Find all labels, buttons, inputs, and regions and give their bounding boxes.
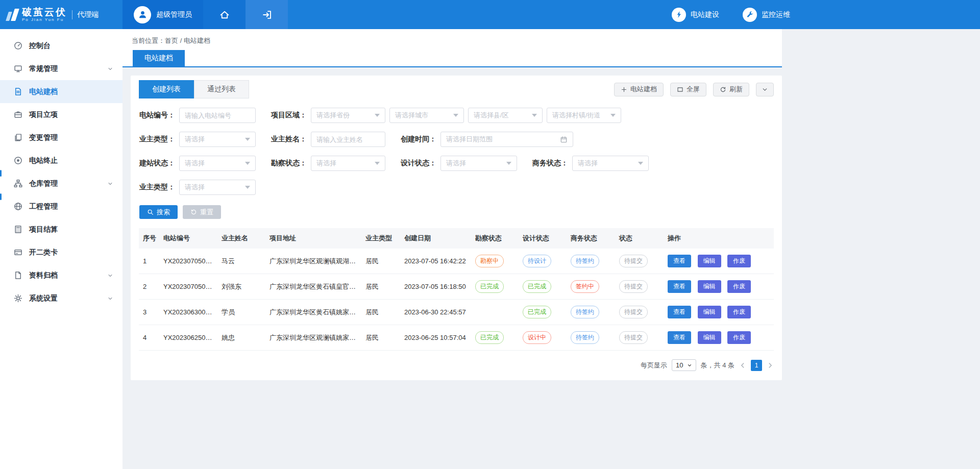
design-status-badge: 待设计 bbox=[523, 255, 551, 267]
sidebar-item-console[interactable]: 控制台 bbox=[0, 34, 122, 57]
view-button[interactable]: 查看 bbox=[668, 306, 691, 318]
cell-address: 广东深圳龙华区观澜镇观湖路... bbox=[265, 249, 361, 274]
chevron-down-icon bbox=[107, 273, 113, 279]
void-button[interactable]: 作废 bbox=[727, 280, 751, 293]
nav-station-build[interactable]: 电站建设 bbox=[672, 8, 719, 22]
cell-design-status: 待设计 bbox=[519, 249, 567, 274]
station-no-input[interactable] bbox=[179, 108, 256, 123]
edit-button[interactable]: 编辑 bbox=[698, 306, 721, 318]
sidebar-item-station-filing[interactable]: 电站建档 bbox=[0, 80, 122, 103]
fullscreen-button[interactable]: 全屏 bbox=[670, 83, 706, 96]
sidebar-marker bbox=[0, 193, 2, 200]
header-nav: 电站建设 监控运维 bbox=[672, 0, 790, 29]
person-icon bbox=[138, 10, 148, 19]
cell-status: 待提交 bbox=[615, 300, 664, 325]
town-select[interactable]: 请选择村镇/街道 bbox=[547, 108, 621, 123]
business-status-select[interactable]: 请选择 bbox=[572, 156, 649, 171]
sidebar-item-engineering-mgmt[interactable]: 工程管理 bbox=[0, 195, 122, 218]
void-button[interactable]: 作废 bbox=[727, 331, 751, 344]
edit-button[interactable]: 编辑 bbox=[698, 331, 721, 344]
sidebar-item-change-mgmt[interactable]: 变更管理 bbox=[0, 126, 122, 149]
logout-button[interactable] bbox=[246, 0, 288, 29]
sidebar-item-label: 项目结算 bbox=[29, 225, 58, 234]
owner-type2-select[interactable]: 请选择 bbox=[179, 180, 256, 195]
nav-monitor-ops[interactable]: 监控运维 bbox=[743, 8, 790, 22]
cell-business-status: 待签约 bbox=[567, 325, 615, 351]
home-button[interactable] bbox=[203, 0, 246, 29]
cell-business-status: 待签约 bbox=[567, 300, 615, 325]
sidebar-item-data-archive[interactable]: 资料归档 bbox=[0, 264, 122, 287]
city-select[interactable]: 请选择城市 bbox=[389, 108, 464, 123]
view-button[interactable]: 查看 bbox=[668, 280, 691, 293]
survey-status-select[interactable]: 请选择 bbox=[311, 156, 385, 171]
void-button[interactable]: 作废 bbox=[727, 255, 751, 267]
sidebar-item-label: 工程管理 bbox=[29, 202, 58, 211]
cell-operations: 查看 编辑 作废 bbox=[664, 249, 774, 274]
wrench-icon bbox=[743, 8, 757, 22]
sidebar-item-project-approval[interactable]: 项目立项 bbox=[0, 103, 122, 126]
build-status-label: 建站状态： bbox=[139, 159, 175, 168]
date-range-picker[interactable]: 请选择日期范围 bbox=[440, 132, 573, 147]
calculator-icon bbox=[14, 225, 22, 234]
per-page-select[interactable]: 10 bbox=[672, 359, 696, 371]
col-created-at: 创建日期 bbox=[400, 228, 471, 249]
view-button[interactable]: 查看 bbox=[668, 255, 691, 267]
cell-station-no: YX2023062500004 bbox=[159, 325, 217, 351]
owner-name-label: 业主姓名： bbox=[271, 135, 307, 144]
cell-index: 4 bbox=[139, 325, 159, 351]
cell-address: 广东深圳龙华区黄石镇皇官大... bbox=[265, 274, 361, 300]
col-operations: 操作 bbox=[664, 228, 774, 249]
view-button[interactable]: 查看 bbox=[668, 331, 691, 344]
edit-button[interactable]: 编辑 bbox=[698, 255, 721, 267]
dashboard-icon bbox=[14, 41, 22, 50]
stop-icon bbox=[14, 156, 22, 165]
col-design-status: 设计状态 bbox=[519, 228, 567, 249]
sitemap-icon bbox=[14, 179, 22, 188]
chevron-down-icon bbox=[107, 181, 113, 187]
status-badge: 待提交 bbox=[619, 306, 648, 318]
county-select[interactable]: 请选择县/区 bbox=[468, 108, 543, 123]
sidebar-item-project-settlement[interactable]: 项目结算 bbox=[0, 218, 122, 241]
sidebar-item-system-settings[interactable]: 系统设置 bbox=[0, 287, 122, 310]
cell-station-no: YX2023063000009 bbox=[159, 300, 217, 325]
design-status-select[interactable]: 请选择 bbox=[440, 156, 517, 171]
sidebar-item-label: 项目立项 bbox=[29, 110, 58, 119]
search-icon bbox=[147, 209, 154, 215]
sidebar-item-type2-card[interactable]: 开二类卡 bbox=[0, 241, 122, 264]
user-menu[interactable]: 超级管理员 bbox=[122, 0, 203, 29]
cell-created-at: 2023-07-05 16:18:50 bbox=[400, 274, 471, 300]
reset-button[interactable]: 重置 bbox=[183, 205, 221, 219]
cell-design-status: 已完成 bbox=[519, 300, 567, 325]
cell-created-at: 2023-06-25 10:57:04 bbox=[400, 325, 471, 351]
caret-icon bbox=[245, 138, 250, 141]
next-page-button[interactable] bbox=[767, 362, 774, 369]
page-tab-station-filing[interactable]: 电站建档 bbox=[133, 50, 185, 66]
cell-owner-name: 刘强东 bbox=[217, 274, 265, 300]
table-row: 2 YX2023070500010 刘强东 广东深圳龙华区黄石镇皇官大... 居… bbox=[139, 274, 774, 300]
edit-button[interactable]: 编辑 bbox=[698, 280, 721, 293]
owner-type-label: 业主类型： bbox=[139, 135, 175, 144]
refresh-button[interactable]: 刷新 bbox=[713, 83, 749, 96]
sidebar-item-general-mgmt[interactable]: 常规管理 bbox=[0, 57, 122, 80]
cell-survey-status: 已完成 bbox=[471, 325, 519, 351]
tab-passed-list[interactable]: 通过列表 bbox=[194, 80, 249, 98]
breadcrumb-separator: / bbox=[180, 37, 182, 44]
table-row: 4 YX2023062500004 姚忠 广东深圳龙华区观澜镇姚家庄... 居民… bbox=[139, 325, 774, 351]
prev-page-button[interactable] bbox=[739, 362, 746, 369]
search-button[interactable]: 搜索 bbox=[139, 205, 178, 219]
province-select[interactable]: 请选择省份 bbox=[311, 108, 385, 123]
create-station-button[interactable]: 电站建档 bbox=[614, 83, 664, 96]
void-button[interactable]: 作废 bbox=[727, 306, 751, 318]
sidebar-item-warehouse-mgmt[interactable]: 仓库管理 bbox=[0, 172, 122, 195]
page-number-button[interactable]: 1 bbox=[751, 360, 762, 371]
collapse-button[interactable] bbox=[756, 83, 774, 96]
sidebar-item-station-termination[interactable]: 电站终止 bbox=[0, 149, 122, 172]
business-status-badge: 签约中 bbox=[571, 280, 599, 293]
tab-created-list[interactable]: 创建列表 bbox=[139, 80, 194, 98]
build-status-select[interactable]: 请选择 bbox=[179, 156, 256, 171]
owner-name-input[interactable] bbox=[311, 132, 385, 147]
breadcrumb-home-link[interactable]: 首页 bbox=[165, 37, 178, 44]
avatar bbox=[134, 6, 151, 23]
owner-type-select[interactable]: 请选择 bbox=[179, 132, 256, 147]
survey-status-badge: 已完成 bbox=[475, 331, 504, 344]
